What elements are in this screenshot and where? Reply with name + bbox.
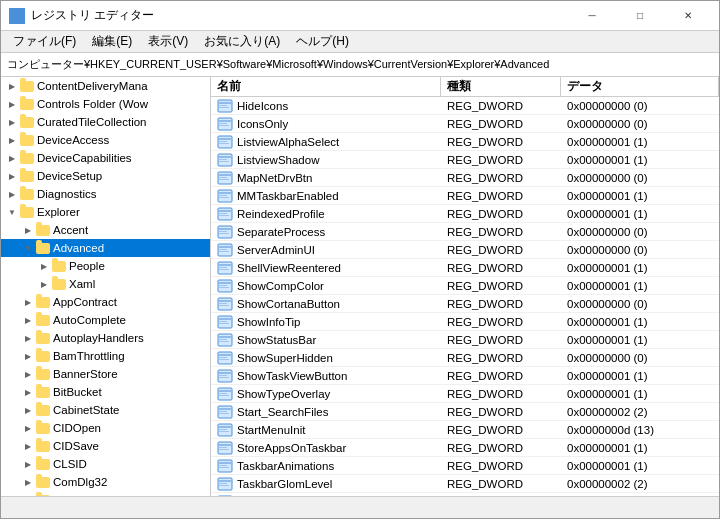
tree-item[interactable]: ▼Explorer	[1, 203, 210, 221]
tree-expander-icon[interactable]: ▶	[5, 97, 19, 111]
tree-expander-icon[interactable]: ▶	[21, 295, 35, 309]
tree-item[interactable]: ▶CLSID	[1, 455, 210, 473]
tree-item[interactable]: ▶DeviceAccess	[1, 131, 210, 149]
folder-icon	[35, 295, 51, 309]
detail-row[interactable]: Start_SearchFilesREG_DWORD0x00000002 (2)	[211, 403, 719, 421]
tree-item[interactable]: ▶People	[1, 257, 210, 275]
tree-expander-icon[interactable]: ▶	[37, 277, 51, 291]
tree-item[interactable]: ▶Accent	[1, 221, 210, 239]
detail-row[interactable]: ShowCortanaButtonREG_DWORD0x00000000 (0)	[211, 295, 719, 313]
detail-row[interactable]: TaskbarGlomLevelREG_DWORD0x00000002 (2)	[211, 475, 719, 493]
detail-row[interactable]: StoreAppsOnTaskbarREG_DWORD0x00000001 (1…	[211, 439, 719, 457]
menu-view[interactable]: 表示(V)	[140, 31, 196, 52]
detail-cell-type: REG_DWORD	[441, 295, 561, 312]
detail-row[interactable]: ShowStatusBarREG_DWORD0x00000001 (1)	[211, 331, 719, 349]
tree-expander-icon[interactable]: ▶	[21, 475, 35, 489]
detail-row[interactable]: MMTaskbarEnabledREG_DWORD0x00000001 (1)	[211, 187, 719, 205]
tree-expander-icon[interactable]: ▶	[21, 403, 35, 417]
detail-rows: HideIconsREG_DWORD0x00000000 (0) IconsOn…	[211, 97, 719, 496]
folder-icon	[19, 79, 35, 93]
detail-cell-type: REG_DWORD	[441, 187, 561, 204]
tree-item[interactable]: ▶DeviceCapabilities	[1, 149, 210, 167]
tree-item[interactable]: ▶BannerStore	[1, 365, 210, 383]
folder-icon	[35, 457, 51, 471]
tree-expander-icon[interactable]: ▶	[21, 313, 35, 327]
tree-panel[interactable]: ▶ContentDeliveryMana▶Controls Folder (Wo…	[1, 77, 211, 496]
detail-row[interactable]: ShowTaskViewButtonREG_DWORD0x00000001 (1…	[211, 367, 719, 385]
tree-item[interactable]: ▶ComDlg32	[1, 473, 210, 491]
tree-item-label: ComDlg32	[53, 476, 107, 488]
tree-expander-icon[interactable]: ▶	[5, 151, 19, 165]
tree-item[interactable]: ▶CIDSave	[1, 437, 210, 455]
tree-item[interactable]: ▶DeviceSetup	[1, 167, 210, 185]
detail-row[interactable]: ServerAdminUIREG_DWORD0x00000000 (0)	[211, 241, 719, 259]
header-name: 名前	[211, 77, 441, 96]
tree-expander-icon[interactable]: ▶	[37, 259, 51, 273]
svg-rect-25	[219, 192, 231, 194]
svg-rect-21	[219, 174, 231, 176]
menu-edit[interactable]: 編集(E)	[84, 31, 140, 52]
detail-row[interactable]: StartMenuInitREG_DWORD0x0000000d (13)	[211, 421, 719, 439]
detail-row[interactable]: ShellViewReenteredREG_DWORD0x00000001 (1…	[211, 259, 719, 277]
tree-expander-icon[interactable]: ▶	[5, 187, 19, 201]
minimize-button[interactable]: ─	[569, 1, 615, 31]
svg-rect-79	[219, 431, 229, 432]
tree-expander-icon[interactable]: ▶	[5, 115, 19, 129]
tree-item[interactable]: ▶CabinetState	[1, 401, 210, 419]
detail-row[interactable]: TaskbarAnimationsREG_DWORD0x00000001 (1)	[211, 457, 719, 475]
tree-expander-icon[interactable]: ▼	[21, 241, 35, 255]
folder-icon	[35, 367, 51, 381]
detail-row[interactable]: ShowInfoTipREG_DWORD0x00000001 (1)	[211, 313, 719, 331]
detail-row[interactable]: ReindexedProfileREG_DWORD0x00000001 (1)	[211, 205, 719, 223]
detail-row[interactable]: HideIconsREG_DWORD0x00000000 (0)	[211, 97, 719, 115]
svg-rect-11	[219, 125, 229, 126]
detail-row[interactable]: MapNetDrvBtnREG_DWORD0x00000000 (0)	[211, 169, 719, 187]
tree-item[interactable]: ▶CIDOpen	[1, 419, 210, 437]
tree-expander-icon[interactable]: ▶	[21, 349, 35, 363]
tree-expander-icon[interactable]: ▶	[21, 421, 35, 435]
window-title: レジストリ エディター	[31, 7, 569, 24]
tree-item[interactable]: ▶AutoplayHandlers	[1, 329, 210, 347]
tree-expander-icon[interactable]: ▶	[21, 385, 35, 399]
detail-row[interactable]: ShowTypeOverlayREG_DWORD0x00000001 (1)	[211, 385, 719, 403]
tree-item[interactable]: ▶BitBucket	[1, 383, 210, 401]
tree-item[interactable]: ▶BamThrottling	[1, 347, 210, 365]
menu-favorites[interactable]: お気に入り(A)	[196, 31, 288, 52]
tree-item-label: CIDSave	[53, 440, 99, 452]
tree-item[interactable]: ▶CuratedTileCollection	[1, 113, 210, 131]
tree-expander-icon[interactable]: ▶	[21, 367, 35, 381]
close-button[interactable]: ✕	[665, 1, 711, 31]
svg-rect-91	[219, 485, 229, 486]
detail-row[interactable]: ListviewShadowREG_DWORD0x00000001 (1)	[211, 151, 719, 169]
tree-item[interactable]: ▶AutoComplete	[1, 311, 210, 329]
detail-row[interactable]: SeparateProcessREG_DWORD0x00000000 (0)	[211, 223, 719, 241]
tree-expander-icon[interactable]: ▶	[5, 169, 19, 183]
tree-expander-icon[interactable]: ▶	[21, 331, 35, 345]
tree-item[interactable]: ▶Controls Folder (Wow	[1, 95, 210, 113]
tree-expander-icon[interactable]: ▶	[21, 457, 35, 471]
svg-rect-53	[219, 318, 231, 320]
svg-rect-23	[219, 179, 229, 180]
tree-item[interactable]: ▶Xaml	[1, 275, 210, 293]
detail-row[interactable]: IconsOnlyREG_DWORD0x00000000 (0)	[211, 115, 719, 133]
maximize-button[interactable]: □	[617, 1, 663, 31]
tree-item[interactable]: ▶ContentDeliveryMana	[1, 77, 210, 95]
tree-expander-icon[interactable]: ▶	[21, 223, 35, 237]
detail-row[interactable]: ListviewAlphaSelectREG_DWORD0x00000001 (…	[211, 133, 719, 151]
tree-expander-icon[interactable]: ▼	[5, 205, 19, 219]
tree-item[interactable]: ▶Diagnostics	[1, 185, 210, 203]
tree-item[interactable]: ▶AppContract	[1, 293, 210, 311]
menu-file[interactable]: ファイル(F)	[5, 31, 84, 52]
tree-expander-icon[interactable]: ▶	[21, 439, 35, 453]
tree-expander-icon[interactable]: ▶	[5, 79, 19, 93]
menu-help[interactable]: ヘルプ(H)	[288, 31, 357, 52]
detail-row[interactable]: ShowCompColorREG_DWORD0x00000001 (1)	[211, 277, 719, 295]
detail-row[interactable]: ShowSuperHiddenREG_DWORD0x00000000 (0)	[211, 349, 719, 367]
svg-rect-47	[219, 287, 229, 288]
detail-cell-type: REG_DWORD	[441, 205, 561, 222]
tree-item[interactable]: ▼Advanced	[1, 239, 210, 257]
folder-icon	[35, 493, 51, 496]
detail-header: 名前 種類 データ	[211, 77, 719, 97]
tree-expander-icon[interactable]: ▶	[5, 133, 19, 147]
detail-cell-data: 0x00000002 (2)	[561, 475, 719, 492]
